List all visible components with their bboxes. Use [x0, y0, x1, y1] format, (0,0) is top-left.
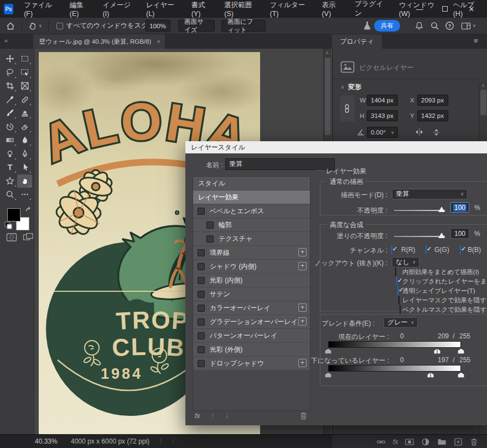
new-layer-icon[interactable]	[454, 437, 463, 446]
style-item-color-overlay[interactable]: カラーオーバーレイ+	[193, 301, 310, 315]
menu-edit[interactable]: 編集(E)	[64, 0, 97, 18]
style-item-stroke[interactable]: 境界線+	[193, 246, 310, 259]
angle-field[interactable]: 0.00° ∨	[367, 127, 398, 138]
edit-toolbar-button[interactable]	[17, 188, 32, 201]
this-layer-max-slider[interactable]	[458, 348, 464, 354]
opacity-slider[interactable]	[394, 210, 445, 211]
chevron-down-icon[interactable]: ∨	[341, 85, 344, 90]
menu-layer[interactable]: レイヤー(L)	[140, 0, 185, 18]
screen-size-button[interactable]: 画面サイズ	[178, 20, 215, 32]
style-name-field[interactable]	[225, 158, 335, 170]
y-field[interactable]	[417, 110, 448, 121]
this-layer-black-slider[interactable]	[325, 348, 331, 354]
quick-mask-icon[interactable]	[6, 233, 17, 242]
checkbox[interactable]	[198, 332, 205, 339]
knockout-dropdown[interactable]: なし ∨	[392, 257, 419, 267]
opacity-slider-handle[interactable]	[438, 207, 445, 212]
scrollbar-thumb[interactable]	[325, 58, 330, 135]
tool-hand[interactable]	[17, 174, 32, 188]
add-stroke-button[interactable]: +	[298, 248, 307, 256]
delete-layer-icon[interactable]	[470, 437, 478, 446]
tool-dodge[interactable]	[2, 147, 17, 161]
style-item-contour[interactable]: 輪郭	[193, 218, 310, 231]
scroll-up-icon[interactable]: ∧	[325, 50, 329, 55]
transparency-shapes-checkbox[interactable]	[397, 286, 398, 295]
tool-marquee[interactable]	[17, 52, 32, 65]
channel-b-checkbox[interactable]	[460, 245, 461, 254]
layer-mask-icon[interactable]	[405, 437, 414, 446]
panel-menu-button[interactable]: ≡	[474, 37, 478, 45]
tool-blur[interactable]	[17, 133, 32, 147]
tool-crop[interactable]	[2, 79, 17, 92]
collapse-panel-button[interactable]: «	[4, 37, 8, 44]
foreground-color-swatch[interactable]	[7, 208, 20, 222]
underlying-black-slider[interactable]	[325, 372, 331, 378]
search-button[interactable]	[427, 19, 442, 33]
height-field[interactable]	[367, 110, 398, 121]
link-dimensions-button[interactable]	[340, 95, 355, 122]
style-item-inner-glow[interactable]: 光彩 (内側)	[193, 274, 310, 287]
channel-g-checkbox[interactable]	[426, 245, 427, 254]
status-prev-icon[interactable]: 〈	[169, 437, 175, 445]
tool-move[interactable]	[2, 52, 17, 65]
menu-select[interactable]: 選択範囲(S)	[218, 0, 263, 18]
zoom-level[interactable]: 40.33%	[35, 437, 58, 445]
flip-vertical-icon[interactable]	[432, 128, 441, 137]
menu-type[interactable]: 書式(Y)	[185, 0, 219, 18]
channel-r-checkbox[interactable]	[391, 245, 392, 254]
home-button[interactable]	[3, 19, 18, 33]
flip-horizontal-icon[interactable]	[415, 128, 424, 136]
status-next-icon[interactable]: 〉	[159, 437, 165, 445]
blend-if-dropdown[interactable]: グレー ∨	[384, 317, 418, 328]
tool-gradient[interactable]	[2, 133, 17, 147]
tool-clone-stamp[interactable]	[17, 106, 32, 120]
new-group-icon[interactable]	[437, 437, 447, 446]
this-layer-white-split-slider[interactable]	[434, 348, 441, 354]
tool-eraser[interactable]	[17, 120, 32, 133]
checkbox[interactable]	[198, 305, 205, 312]
screen-mode-icon[interactable]	[23, 232, 34, 242]
tool-brush[interactable]	[2, 106, 17, 120]
tool-type[interactable]: T	[2, 161, 17, 174]
help-button[interactable]: ?	[442, 19, 457, 33]
tool-eyedropper[interactable]	[2, 93, 17, 106]
maximize-button[interactable]	[434, 0, 456, 18]
tool-lasso[interactable]	[2, 66, 17, 79]
menu-file[interactable]: ファイル(F)	[18, 0, 64, 18]
checkbox[interactable]	[206, 222, 214, 229]
scroll-up-icon[interactable]: ∧	[481, 83, 485, 88]
checkbox[interactable]	[198, 277, 205, 284]
tab-properties[interactable]: プロパティ	[332, 34, 382, 49]
menu-image[interactable]: イメージ(I)	[96, 0, 140, 18]
dialog-titlebar[interactable]: レイヤースタイル	[185, 141, 487, 153]
fill-opacity-slider[interactable]	[394, 236, 445, 237]
move-effect-down-button[interactable]: ↓	[225, 412, 229, 420]
checkbox[interactable]	[198, 360, 205, 367]
scroll-all-windows-checkbox[interactable]	[56, 23, 63, 29]
style-item-bevel-emboss[interactable]: ベベルとエンボス	[193, 204, 310, 218]
vector-mask-hides-checkbox[interactable]	[400, 305, 401, 314]
close-button[interactable]: ✕	[460, 0, 483, 18]
adjustment-layer-icon[interactable]	[421, 437, 430, 446]
fit-screen-button[interactable]: 画面にフィット	[221, 20, 266, 32]
link-layers-icon[interactable]	[376, 437, 386, 446]
layer-mask-hides-checkbox[interactable]	[398, 296, 400, 305]
tool-object-selection[interactable]	[17, 66, 32, 79]
move-effect-up-button[interactable]: ↑	[211, 412, 214, 420]
swap-colors-icon[interactable]	[25, 206, 33, 214]
add-color-overlay-button[interactable]: +	[298, 303, 307, 312]
underlying-gradient-bar[interactable]	[328, 365, 461, 372]
width-field[interactable]	[367, 95, 398, 106]
checkbox[interactable]	[198, 263, 205, 270]
delete-style-icon[interactable]	[299, 411, 308, 420]
scrollbar-thumb[interactable]	[480, 90, 486, 115]
layer-style-icon[interactable]: fx	[393, 438, 398, 446]
tool-healing-brush[interactable]	[17, 93, 32, 106]
fx-menu-button[interactable]: fx	[195, 412, 200, 420]
minimize-button[interactable]: —	[408, 0, 431, 18]
hand-tool-preset[interactable]: ∨	[25, 19, 45, 33]
document-tab[interactable]: 壁ウォール.jpg @ 40.3% (乗算, RGB/8) * ×	[33, 34, 165, 49]
style-item-outer-glow[interactable]: 光彩 (外側)	[193, 343, 310, 356]
blend-clipped-checkbox[interactable]	[396, 277, 397, 286]
tool-history-brush[interactable]	[2, 120, 17, 133]
